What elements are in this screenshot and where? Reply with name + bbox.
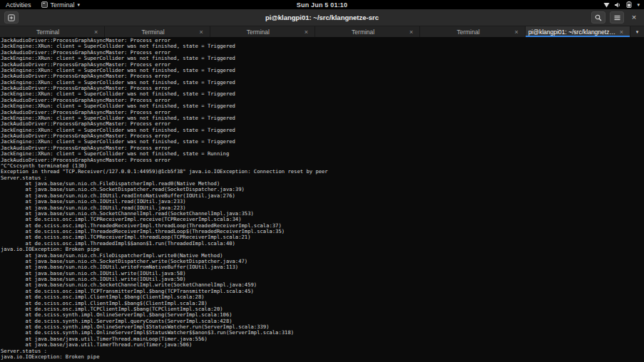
hamburger-menu-icon [614,15,620,21]
tab-label: Terminal [138,29,175,36]
tab-label: Terminal [34,29,71,36]
tab-terminal-2[interactable]: Terminal × [105,26,210,37]
tab-terminal-1[interactable]: Terminal × [0,26,105,37]
terminal-line: Exception in thread "TCP.Receiver(/127.0… [1,169,644,175]
new-tab-button[interactable] [4,11,19,24]
top-bar-left: Activities Terminal ▾ [0,1,80,9]
app-menu-label: Terminal [51,1,75,9]
close-window-button[interactable]: × [628,12,640,24]
gnome-top-bar: Activities Terminal ▾ Sun Jun 5 01:10 [0,0,644,9]
terminal-app-icon [41,1,48,8]
terminal-line: JackAudioDriver::ProcessGraphAsyncMaster… [1,157,644,163]
activities-button[interactable]: Activities [6,1,31,9]
tab-close-icon[interactable]: × [305,29,308,35]
terminal-line: at java.base/java.util.TimerThread.run(T… [1,342,644,348]
tab-close-icon[interactable]: × [199,29,203,35]
tab-label: Terminal [244,29,281,36]
audio-volume-icon [615,2,621,8]
menu-button[interactable] [610,11,624,24]
desktop: Activities Terminal ▾ Sun Jun 5 01:10 [0,0,644,362]
app-menu-button[interactable]: Terminal ▾ [41,1,81,9]
header-actions: × [591,11,640,24]
terminal-line: java.io.IOException: Broken pipe [1,354,644,360]
chevron-down-icon: ▾ [637,2,640,7]
network-wireless-icon [603,2,610,8]
clock-button[interactable]: Sun Jun 5 01:10 [297,1,348,9]
tab-label: Terminal [454,29,491,36]
system-status-area[interactable]: ▾ [603,1,644,8]
tab-close-icon[interactable]: × [409,29,413,35]
terminal-output[interactable]: JackAudioDriver::ProcessGraphAsyncMaster… [0,37,644,362]
tab-close-icon[interactable]: × [514,29,518,35]
tab-overflow-chevron-down-icon[interactable]: ▾ [630,26,644,37]
tab-terminal-5[interactable]: Terminal × [420,26,525,37]
tab-close-icon[interactable]: × [620,29,623,35]
terminal-header-bar: pi@klangpi01: ~/src/klangnetze-src × [0,9,644,26]
search-button[interactable] [591,11,605,24]
tab-terminal-3[interactable]: Terminal × [210,26,315,37]
search-icon [595,14,602,21]
tab-bar: Terminal × Terminal × Terminal × Termina… [0,26,644,37]
window-title: pi@klangpi01: ~/src/klangnetze-src [0,14,644,21]
tab-terminal-4[interactable]: Terminal × [315,26,420,37]
chevron-down-icon: ▾ [78,2,81,7]
tab-close-icon[interactable]: × [94,29,98,35]
new-tab-plus-icon [8,14,15,21]
battery-icon [626,1,632,8]
tab-label: pi@klangpi01: ~/src/klangnetze-src [526,29,630,36]
tab-klangnetze-active[interactable]: pi@klangpi01: ~/src/klangnetze-src × [526,26,630,37]
tab-label: Terminal [349,29,386,36]
